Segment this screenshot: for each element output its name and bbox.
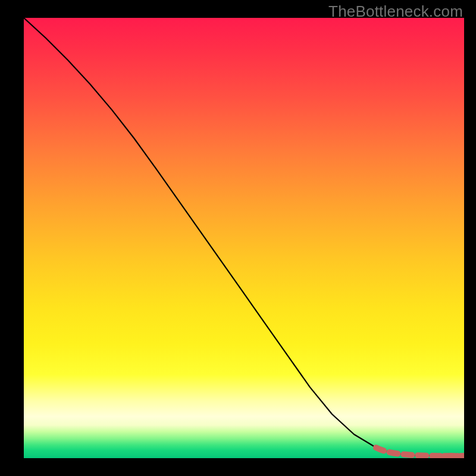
series-curve — [24, 18, 464, 456]
chart-stage: TheBottleneck.com — [0, 0, 476, 476]
watermark-label: TheBottleneck.com — [328, 2, 463, 21]
chart-overlay — [24, 18, 464, 458]
series-highlight-tail — [376, 447, 464, 458]
